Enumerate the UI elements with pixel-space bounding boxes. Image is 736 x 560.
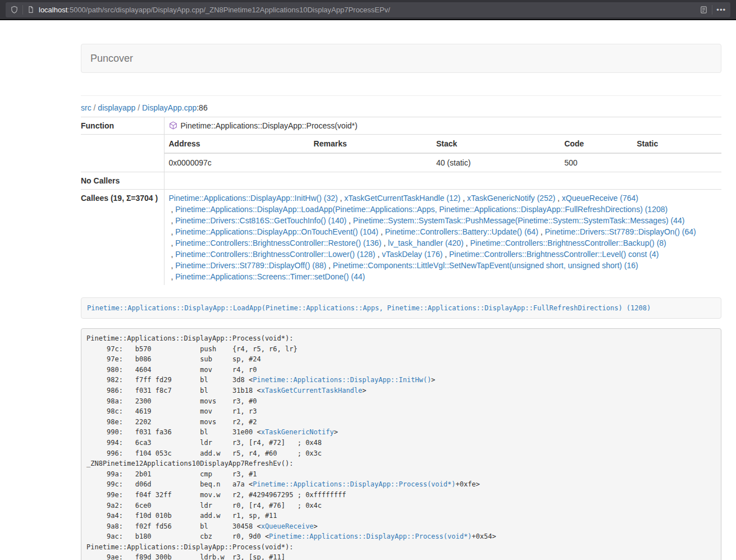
breadcrumb: src / displayapp / DisplayApp.cpp:86 <box>81 102 721 113</box>
code-text: Pinetime::Applications::DisplayApp::Proc… <box>86 543 293 551</box>
callee-link[interactable]: xTaskGenericNotify (252) <box>467 194 555 203</box>
breadcrumb-link-file[interactable]: DisplayApp.cpp <box>142 103 196 112</box>
function-row-label: Function <box>81 117 164 135</box>
urlbar-divider <box>22 5 23 15</box>
callee-link[interactable]: Pinetime::Controllers::Battery::Update()… <box>385 227 538 236</box>
code-text: 99e: f04f 32ff mov.w r2, #4294967295 ; 0… <box>86 491 346 499</box>
stats-header-stack: Stack <box>432 135 560 153</box>
callee-link[interactable]: xTaskGetCurrentTaskHandle (12) <box>344 194 460 203</box>
url-bar[interactable]: localhost:5000/path/src/displayapp/Displ… <box>6 2 730 17</box>
callee-separator: , <box>338 194 345 203</box>
url-host: localhost <box>39 6 67 14</box>
empty-row-label <box>81 135 164 172</box>
stats-table: Address Remarks Stack Code Static 0x0000… <box>164 135 722 172</box>
callee-separator: , <box>538 227 545 236</box>
callee-link[interactable]: Pinetime::Drivers::St7789::DisplayOn() (… <box>545 227 696 236</box>
stats-header-address: Address <box>164 135 309 153</box>
stats-header-static: Static <box>632 135 721 153</box>
callee-link[interactable]: Pinetime::Applications::DisplayApp::OnTo… <box>175 227 378 236</box>
code-symbol-link[interactable]: Pinetime::Applications::DisplayApp::Init… <box>253 376 431 384</box>
callee-link[interactable]: vTaskDelay (176) <box>382 250 442 259</box>
stats-cell: Address Remarks Stack Code Static 0x0000… <box>164 135 721 172</box>
callee-link[interactable]: Pinetime::Controllers::BrightnessControl… <box>470 238 666 247</box>
callee-separator: , <box>169 250 176 259</box>
callee-link[interactable]: Pinetime::Applications::Screens::Timer::… <box>175 272 365 281</box>
callee-link[interactable]: Pinetime::System::SystemTask::PushMessag… <box>353 216 685 225</box>
function-name: Pinetime::Applications::DisplayApp::Proc… <box>181 121 358 130</box>
callees-label: Callees (19, Σ=3704 ) <box>81 190 164 286</box>
callee-separator: , <box>169 216 176 225</box>
callee-separator: , <box>555 194 562 203</box>
brand-link[interactable]: Puncover <box>81 53 142 65</box>
stats-header-remarks: Remarks <box>309 135 432 153</box>
breadcrumb-link-src[interactable]: src <box>81 103 92 112</box>
no-callers-label: No Callers <box>81 172 164 190</box>
shield-icon[interactable] <box>10 6 19 14</box>
stats-address: 0x0000097c <box>164 153 309 172</box>
callee-link[interactable]: Pinetime::Controllers::BrightnessControl… <box>175 238 381 247</box>
highlighted-symbol-link[interactable]: Pinetime::Applications::DisplayApp::Load… <box>87 304 651 312</box>
disassembly-code-block: Pinetime::Applications::DisplayApp::Proc… <box>81 328 721 560</box>
callee-separator: , <box>326 261 333 270</box>
callee-link[interactable]: Pinetime::Controllers::BrightnessControl… <box>449 250 659 259</box>
urlbar-divider <box>712 5 712 15</box>
code-symbol-link[interactable]: Pinetime::Applications::DisplayApp::Proc… <box>253 480 455 488</box>
callee-separator: , <box>464 238 470 247</box>
callee-link[interactable]: lv_task_handler (420) <box>388 238 464 247</box>
stats-static <box>632 153 721 172</box>
callee-link[interactable]: Pinetime::Controllers::BrightnessControl… <box>175 250 375 259</box>
callee-separator: , <box>169 227 176 236</box>
code-text: 98a: 2300 movs r3, #0 <box>86 397 257 405</box>
callees-list: Pinetime::Applications::DisplayApp::Init… <box>164 190 721 286</box>
callee-separator: , <box>169 238 176 247</box>
function-row: Function Pinetime::Applications::Display… <box>81 117 721 135</box>
code-text: 986: f031 f8c7 bl 31b18 < <box>86 387 261 394</box>
reader-mode-icon[interactable] <box>700 6 708 14</box>
stats-row: Address Remarks Stack Code Static 0x0000… <box>81 135 721 172</box>
code-text: 9a2: 6ce0 ldr r0, [r4, #76] ; 0x4c <box>86 502 322 509</box>
no-callers-row: No Callers <box>81 172 721 190</box>
callee-link[interactable]: Pinetime::Components::LittleVgl::SetNewT… <box>333 261 638 270</box>
page-info-icon[interactable] <box>27 6 35 13</box>
code-symbol-link[interactable]: xTaskGenericNotify <box>261 428 334 436</box>
page-container: Puncover src / displayapp / DisplayApp.c… <box>81 44 721 560</box>
stats-value-row: 0x0000097c 40 (static) 500 <box>164 153 722 172</box>
breadcrumb-link-displayapp[interactable]: displayapp <box>98 103 135 112</box>
code-text: 99a: 2b01 cmp r3, #1 <box>86 470 257 478</box>
code-text: Pinetime::Applications::DisplayApp::Proc… <box>86 334 293 342</box>
callee-link[interactable]: Pinetime::Drivers::St7789::DisplayOff() … <box>175 261 326 270</box>
code-text: 99c: d06d beq.n a7a < <box>86 480 253 488</box>
code-text: 97c: b570 push {r4, r5, r6, lr} <box>86 345 298 353</box>
callee-separator: , <box>378 227 385 236</box>
url-text: localhost:5000/path/src/displayapp/Displ… <box>39 6 696 14</box>
callee-separator: , <box>460 194 467 203</box>
stats-code: 500 <box>560 153 632 172</box>
code-text: 9ac: b180 cbz r0, 9d0 < <box>86 533 269 540</box>
divider-rule <box>81 95 721 96</box>
callee-link[interactable]: Pinetime::Applications::DisplayApp::Load… <box>175 205 668 214</box>
callee-link[interactable]: Pinetime::Drivers::Cst816S::GetTouchInfo… <box>175 216 346 225</box>
code-text: 990: f031 fa36 bl 31e00 < <box>86 428 261 436</box>
code-text: 97e: b086 sub sp, #24 <box>86 355 261 363</box>
code-text: _ZN8Pinetime12Applications10DisplayApp7R… <box>86 460 293 467</box>
function-table: Function Pinetime::Applications::Display… <box>81 117 721 285</box>
callees-row: Callees (19, Σ=3704 ) Pinetime::Applicat… <box>81 190 721 286</box>
page-actions-icon[interactable]: ••• <box>716 6 726 13</box>
callee-link[interactable]: Pinetime::Applications::DisplayApp::Init… <box>169 194 338 203</box>
code-text: +0xfe> <box>455 480 479 488</box>
code-text: 9ae: f89d 300b ldrb.w r3, [sp, #11] <box>86 553 285 560</box>
no-callers-cell <box>164 172 721 190</box>
code-text: 9a4: f10d 010b add.w r1, sp, #11 <box>86 512 277 520</box>
code-text: 98e: 2202 movs r2, #2 <box>86 418 257 426</box>
callee-link[interactable]: xQueueReceive (764) <box>562 194 638 203</box>
code-symbol-link[interactable]: xQueueReceive <box>261 522 314 530</box>
code-symbol-link[interactable]: xTaskGetCurrentTaskHandle <box>261 387 363 394</box>
stats-header-code: Code <box>560 135 632 153</box>
breadcrumb-separator: / <box>135 103 142 112</box>
browser-chrome: localhost:5000/path/src/displayapp/Displ… <box>0 0 736 20</box>
code-symbol-link[interactable]: Pinetime::Applications::DisplayApp::Proc… <box>269 533 472 540</box>
highlighted-symbol-well: Pinetime::Applications::DisplayApp::Load… <box>81 297 721 319</box>
breadcrumb-separator: / <box>92 103 98 112</box>
code-text: > <box>334 428 338 436</box>
callee-separator: , <box>169 261 176 270</box>
